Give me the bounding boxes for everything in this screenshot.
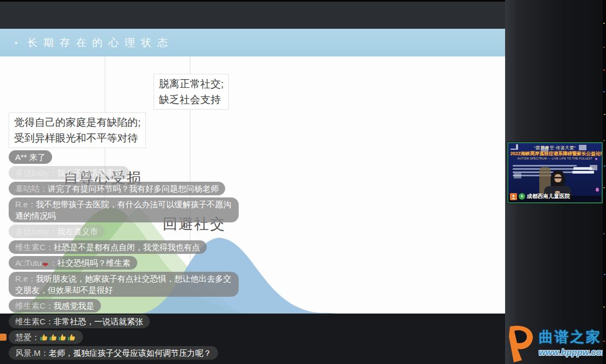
video-banner-subtitle: AUTISM SPECTRUM — LIVE LIFE TO THE FULLE… [508, 157, 602, 160]
chat-separator: ： [28, 200, 36, 209]
chat-message-bubble: R.e：我听朋友说，她家孩子有点社交恐惧，想让他出去多交交朋友，但效果却不是很好 [9, 272, 239, 297]
thumbs-up-emoji-icon [49, 333, 58, 341]
chat-message-bubble: 慧爱： [9, 330, 83, 344]
watermark: 曲谱之家 www.hpppw.com [505, 324, 606, 364]
chat-separator: ： [49, 168, 58, 177]
chat-username: 多优baby [15, 168, 49, 177]
chat-username: 多优baby [15, 227, 49, 236]
chat-message-bubble: 风景.M：老师，孤独症孩子父母应该如何调节压力呢？ [9, 346, 218, 360]
chat-message-bubble: A□Tutu：社交恐惧吗？维生素 [9, 256, 137, 270]
chat-username: R.e [15, 200, 28, 209]
slide-title: 长期存在的心理状态 [27, 29, 174, 56]
lips-emoji-icon [42, 261, 49, 267]
chat-username: 维生素C [15, 242, 46, 252]
pink-ornament [596, 188, 599, 191]
chat-separator: ： [49, 227, 58, 236]
notification-fragment [0, 334, 7, 341]
banner-highlight-chip [572, 171, 594, 174]
chat-overlay: A** 来了多优baby：我儿子说话爱重复辜咕咕：讲完了有提问环节吗？我有好多问… [9, 150, 239, 360]
chat-message-text: 讲完了有提问环节吗？我有好多问题想问杨老师 [48, 184, 219, 193]
chat-message-text: 来了 [29, 152, 46, 162]
chat-message-bubble: 维生素C：我感觉我是 [9, 299, 101, 312]
speaker-glasses [554, 177, 562, 178]
person-badge-icon [510, 193, 517, 200]
chat-separator: ： [41, 348, 49, 357]
chat-message-text: 我感觉我是 [54, 301, 94, 310]
slide-header: • 长期存在的心理状态 SOUTHWEST CHILDREN'S REHABIL… [0, 29, 505, 56]
chat-username: A□Tutu [15, 258, 42, 267]
thumbs-up-emoji-icon [58, 333, 67, 341]
top-bar [0, 2, 505, 29]
chat-separator: ： [46, 317, 54, 326]
hpppw-logo-icon [506, 324, 537, 363]
chat-separator: ： [49, 258, 58, 267]
thumbs-up-emoji-icon [40, 333, 48, 341]
title-bullet: • [15, 29, 17, 56]
chat-message-text: 我在遵义市 [58, 227, 98, 236]
chat-message-text: 我儿子说话爱重复 [58, 168, 123, 177]
banner-fineprint-line [513, 165, 577, 167]
video-caption-row: 成都西南儿童医院 [510, 193, 570, 200]
right-edge-scrollbar[interactable] [603, 0, 606, 364]
chat-separator: ： [31, 333, 40, 342]
right-panel: “圆梦星空·传递大爱” 2022海峡两岸孤独症谱系障碍暨家长公益论坛 AUTIS… [505, 0, 606, 364]
chat-separator: ： [40, 184, 48, 193]
note-box-family-stigma: 觉得自己的家庭是有缺陷的; 受到异样眼光和不平等对待 [9, 112, 146, 148]
chat-username: 维生素C [15, 301, 46, 310]
chat-message-bubble: A** 来了 [9, 150, 52, 164]
chat-message-text: 非常社恐，一说话就紧张 [54, 317, 143, 326]
chat-message-bubble: 维生素C：社恐是不是都有点自闭，我觉得我也有点 [9, 240, 207, 254]
chat-message-bubble: 维生素C：非常社恐，一说话就紧张 [9, 315, 150, 328]
note-box-social-detachment: 脱离正常社交; 缺乏社会支持 [154, 74, 229, 110]
chat-message-text: 社交恐惧吗？维生素 [58, 258, 131, 267]
chat-message-text: 我听朋友说，她家孩子有点社交恐惧，想让他出去多交交朋友，但效果却不是很好 [15, 274, 231, 295]
banner-highlight-chip [573, 167, 592, 170]
chat-message-bubble: 多优baby：我儿子说话爱重复 [9, 166, 129, 180]
chat-message-bubble: R.e：我不想带孩子去医院，有什么办法可以缓解孩子不愿沟通的情况吗 [9, 197, 239, 222]
video-thumbnail[interactable]: “圆梦星空·传递大爱” 2022海峡两岸孤独症谱系障碍暨家长公益论坛 AUTIS… [507, 142, 603, 203]
chat-username: A** [15, 152, 27, 162]
chat-message-text: 我不想带孩子去医院，有什么办法可以缓解孩子不愿沟通的情况吗 [15, 200, 231, 220]
chat-username: 维生素C [15, 317, 46, 326]
chat-username: 风景.M [15, 348, 41, 357]
chat-message-text: 社恐是不是都有点自闭，我觉得我也有点 [54, 242, 200, 252]
chat-username: 辜咕咕 [15, 184, 40, 193]
watermark-site-name: 曲谱之家 [539, 328, 606, 347]
pink-sparkle [595, 158, 597, 160]
chat-message-text: 老师，孤独症孩子父母应该如何调节压力呢？ [49, 348, 212, 357]
chat-username: R.e [15, 274, 28, 283]
chat-separator: ： [46, 242, 54, 252]
watermark-url: www.hpppw.com [539, 348, 606, 357]
station-label: 成都西南儿童医院 [527, 193, 570, 200]
thumbs-up-emoji-icon [67, 333, 76, 341]
mic-icon [519, 193, 525, 200]
chat-username: 慧爱 [15, 333, 31, 342]
chat-message-bubble: 多优baby：我在遵义市 [9, 225, 105, 238]
chat-separator: ： [46, 301, 54, 310]
chat-separator: ： [28, 274, 36, 283]
chat-message-bubble: 辜咕咕：讲完了有提问环节吗？我有好多问题想问杨老师 [9, 182, 225, 195]
video-banner-title: 2022海峡两岸孤独症谱系障碍暨家长公益论坛 [510, 150, 599, 157]
app-window: • 长期存在的心理状态 SOUTHWEST CHILDREN'S REHABIL… [0, 0, 606, 364]
